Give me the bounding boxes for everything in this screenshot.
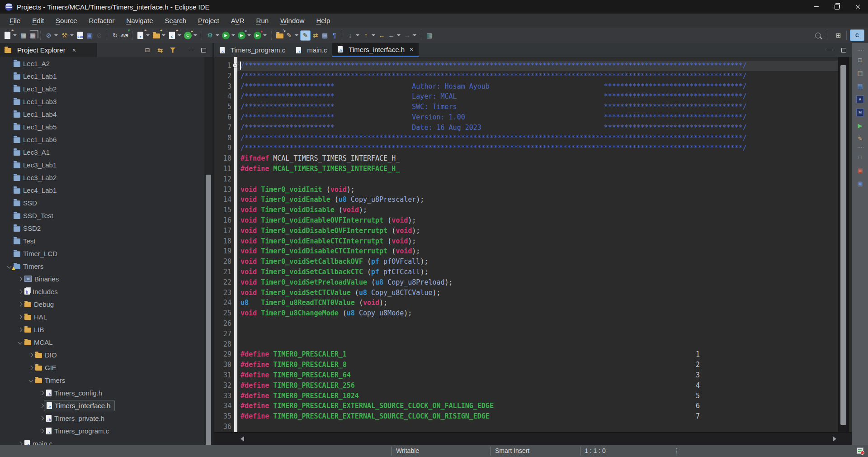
tree-expand-icon[interactable]: [37, 389, 46, 396]
tree-item-lec3_a1[interactable]: Lec3_A1: [0, 146, 204, 158]
menu-navigate[interactable]: Navigate: [120, 17, 159, 24]
menu-window[interactable]: Window: [274, 17, 310, 24]
new-c-file-button[interactable]: c+: [136, 31, 145, 40]
tree-expand-icon[interactable]: [15, 326, 24, 333]
code-line-13[interactable]: void Timer0_voidInit (void);: [237, 185, 838, 195]
maximize-view-icon[interactable]: [200, 47, 207, 54]
tree-item-lec3_lab2[interactable]: Lec3_Lab2: [0, 171, 204, 184]
tree-expand-icon[interactable]: [37, 414, 46, 422]
next-annotation-button[interactable]: ↓: [345, 31, 355, 40]
code-line-7[interactable]: /********************** Date: 16 Aug 202…: [237, 123, 838, 133]
tree-item-dio[interactable]: DIO: [0, 348, 204, 361]
tree-item-mcal[interactable]: MCAL: [0, 336, 204, 348]
code-line-4[interactable]: /********************** Layer: MCAL ****…: [237, 91, 838, 102]
annotate-button[interactable]: ✎: [284, 31, 294, 40]
refresh-button[interactable]: ↻: [110, 31, 120, 40]
avr-memory-view-button[interactable]: M: [855, 107, 865, 117]
forward-dropdown-icon[interactable]: [413, 34, 416, 36]
tree-expand-icon[interactable]: [26, 351, 35, 358]
next-annotation-dropdown-icon[interactable]: [356, 34, 359, 36]
run-configurations-button[interactable]: ▶≡: [238, 32, 245, 39]
make-target-view-button[interactable]: ▤: [855, 68, 865, 78]
new-c-file-dropdown-icon[interactable]: [146, 34, 150, 36]
previous-annotation-dropdown-icon[interactable]: [372, 34, 375, 36]
avr-device-explorer-view-button[interactable]: A: [855, 94, 865, 104]
new-wizard-button[interactable]: +: [3, 31, 12, 40]
new-c-project-button[interactable]: C+: [167, 31, 177, 40]
console-view-button[interactable]: ▣: [855, 178, 865, 188]
tree-item-debug[interactable]: Debug: [0, 298, 204, 310]
collapse-all-icon[interactable]: ⊟: [144, 47, 151, 54]
previous-annotation-button[interactable]: ↑: [361, 31, 371, 40]
tree-item-timer_lcd[interactable]: Timer_LCD: [0, 247, 204, 260]
drag-handle-icon[interactable]: [857, 147, 863, 149]
minimize-view-icon[interactable]: [187, 47, 194, 54]
last-edit-location-button[interactable]: ←: [377, 31, 387, 40]
profile-button[interactable]: ▶●: [254, 32, 261, 39]
new-wizard-dropdown-icon[interactable]: [13, 34, 17, 36]
minimize-button[interactable]: [806, 0, 826, 14]
build-targets-view-button[interactable]: ▶: [855, 120, 865, 130]
scroll-left-icon[interactable]: [241, 436, 244, 442]
menu-file[interactable]: File: [4, 17, 26, 24]
toggle-disabled-button[interactable]: ⊘: [94, 31, 104, 40]
code-line-3[interactable]: /********************** Author: Hosam Ay…: [237, 81, 838, 92]
tree-item-main.c[interactable]: .cmain.c: [0, 437, 204, 445]
skip-all-breakpoints-dropdown-icon[interactable]: [54, 34, 58, 36]
tree-item-timers_program.c[interactable]: .cTimers_program.c: [0, 424, 204, 437]
fold-collapse-icon[interactable]: −: [233, 63, 238, 68]
tree-item-includes[interactable]: hIncludes: [0, 285, 204, 298]
code-line-12[interactable]: [237, 174, 838, 185]
editor-vertical-scrollbar-thumb[interactable]: [840, 65, 846, 425]
tree-item-lec1_lab2[interactable]: Lec1_Lab2: [0, 82, 204, 95]
tree-item-ssd_test[interactable]: SSD_Test: [0, 209, 204, 222]
annotate-dropdown-icon[interactable]: [295, 34, 298, 36]
menu-search[interactable]: Search: [159, 17, 193, 24]
code-line-26[interactable]: [237, 319, 838, 329]
filter-icon[interactable]: [169, 47, 176, 54]
build-button[interactable]: ⚒: [60, 31, 69, 40]
code-line-2[interactable]: /***************************************…: [237, 71, 838, 81]
menu-help[interactable]: Help: [310, 17, 336, 24]
code-line-25[interactable]: void Timer0_u8ChangeMode (u8 Copy_u8Mode…: [237, 308, 838, 319]
skip-all-breakpoints-button[interactable]: ⊘: [44, 31, 53, 40]
drag-handle-icon[interactable]: [857, 49, 863, 52]
run-dropdown-icon[interactable]: [231, 34, 235, 36]
scroll-right-icon[interactable]: [833, 436, 836, 442]
tree-item-lec1_a2[interactable]: Lec1_A2: [0, 57, 204, 70]
new-class-button[interactable]: C+: [184, 32, 192, 39]
tab-project-explorer[interactable]: Project Explorer ×: [0, 43, 97, 57]
statusbar-overflow-icon[interactable]: ⋮: [674, 447, 680, 454]
code-line-15[interactable]: void Timer0_voidDisable (void);: [237, 205, 838, 215]
forward-button[interactable]: →: [402, 31, 412, 40]
code-line-36[interactable]: [237, 422, 838, 432]
explorer-scrollbar[interactable]: [204, 57, 212, 445]
code-line-10[interactable]: #ifndef MCAL_TIMERS_TIMERS_INTERFACE_H_: [237, 153, 838, 164]
code-line-1[interactable]: /***************************************…: [237, 61, 838, 71]
tab-main.c[interactable]: .cmain.c: [291, 43, 332, 57]
tree-item-lib[interactable]: LIB: [0, 323, 204, 336]
code-line-16[interactable]: void Timer0_voidEnableOVFInterrutpt (voi…: [237, 215, 838, 226]
selected-tree-item[interactable]: .hTimers_interface.h: [44, 400, 115, 411]
build-binary-button[interactable]: 010: [75, 31, 85, 40]
editor-presentation-button[interactable]: ▥: [425, 31, 434, 40]
c-cpp-perspective-button[interactable]: C: [850, 29, 864, 41]
code-line-28[interactable]: [237, 339, 838, 350]
tree-expand-icon[interactable]: [15, 440, 24, 445]
code-line-29[interactable]: #define TIMER0_PRESCALER_11: [237, 349, 838, 360]
maximize-editor-icon[interactable]: [840, 47, 847, 54]
tree-item-binaries[interactable]: 10Binaries: [0, 272, 204, 285]
save-all-button[interactable]: ▦: [28, 31, 38, 40]
code-line-32[interactable]: #define TIMER0_PRESCALER_2564: [237, 381, 838, 391]
tree-expand-icon[interactable]: [26, 376, 35, 384]
menu-refactor[interactable]: Refactor: [83, 17, 121, 24]
code-line-8[interactable]: /***************************************…: [237, 133, 838, 143]
mark-occurrences-button[interactable]: ✎: [300, 30, 311, 41]
link-annotations-button[interactable]: ⇄: [311, 31, 320, 40]
code-line-20[interactable]: void Timer0_voidSetCallbackOVF (pf pfOVF…: [237, 257, 838, 267]
menu-run[interactable]: Run: [250, 17, 275, 24]
menu-avr[interactable]: AVR: [225, 17, 250, 24]
code-line-19[interactable]: void Timer0_voidDisableCTCInterrutpt (vo…: [237, 246, 838, 257]
restore-view-2-button[interactable]: □: [855, 152, 865, 162]
tree-item-timers_private.h[interactable]: .hTimers_private.h: [0, 412, 204, 424]
